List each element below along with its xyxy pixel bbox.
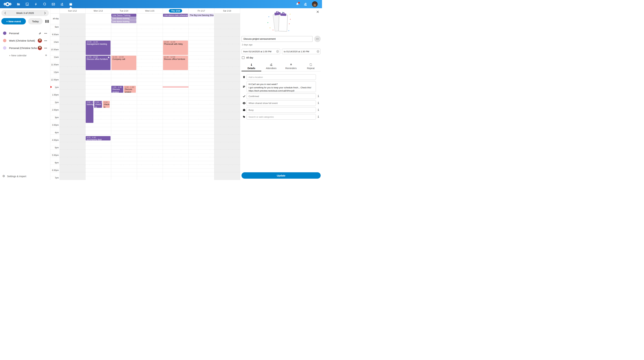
talk-app-icon[interactable] bbox=[40, 0, 49, 8]
time-label: 5pm bbox=[50, 146, 59, 149]
calendar-event[interactable]: 2:00 - 3:30training bbox=[86, 101, 94, 123]
allday-event[interactable]: Line dance main rehearsal bbox=[163, 14, 188, 17]
notifications-bell-icon[interactable] bbox=[296, 2, 299, 6]
start-date-input[interactable] bbox=[242, 49, 280, 54]
event-title: Phonecall with Abby bbox=[164, 43, 187, 45]
half-hour-line bbox=[50, 66, 240, 67]
busy-field-row: i bbox=[242, 107, 321, 113]
calendar-item-personal[interactable]: Personal ••• bbox=[1, 29, 49, 37]
tab-reminders[interactable]: Reminders bbox=[281, 62, 301, 71]
calendar-event[interactable]: 1:00 - 1:30Discuss project bbox=[124, 86, 136, 93]
calendar-event[interactable]: 1:00 - 1:30Discuss project announcement bbox=[111, 86, 123, 93]
allday-event[interactable]: Line dance training bbox=[111, 17, 136, 20]
notification-badge bbox=[298, 2, 300, 4]
half-hour-line bbox=[50, 89, 240, 89]
timezone-globe-icon[interactable] bbox=[316, 50, 320, 54]
calendar-item-personal-christine[interactable]: Personal (Christine Scho… ••• bbox=[1, 44, 49, 52]
user-avatar[interactable] bbox=[312, 1, 318, 7]
day-header-today[interactable]: Thu 1/16 bbox=[163, 8, 188, 13]
update-button[interactable]: Update bbox=[242, 172, 321, 179]
activity-app-icon[interactable] bbox=[32, 0, 40, 8]
day-header[interactable]: Tue 1/14 bbox=[111, 8, 137, 13]
all-day-checkbox[interactable] bbox=[242, 56, 244, 59]
spacer-dot bbox=[3, 54, 6, 57]
location-field-row bbox=[242, 74, 321, 80]
next-week-button[interactable] bbox=[41, 10, 49, 16]
calendar-event[interactable]: 2:00 - 2:30check-in bbox=[94, 101, 102, 108]
allday-event[interactable]: Line Dance Training bbox=[111, 14, 136, 17]
description-textarea[interactable]: Hi Carl! are you in next week? I got som… bbox=[246, 81, 316, 92]
new-calendar-button[interactable]: + New calendar + bbox=[1, 52, 49, 59]
calendar-event[interactable]: 11:00 - 12:00Discuss office furniture bbox=[86, 55, 111, 70]
hour-line bbox=[50, 40, 240, 40]
visibility-info-icon[interactable]: i bbox=[316, 102, 321, 105]
calendar-event[interactable]: 4:20 - 4:40purchasing dept bbox=[86, 136, 111, 141]
calendar-event[interactable]: 10:00 - 11:00management meeting bbox=[86, 40, 111, 55]
event-time: 10:00 - 11:00 bbox=[87, 41, 110, 43]
time-label: 2pm bbox=[50, 101, 59, 104]
allday-event[interactable]: Line dance training bbox=[111, 20, 136, 23]
day-header[interactable]: Mon 1/13 bbox=[85, 8, 111, 13]
event-title: Discuss office furniture bbox=[87, 58, 110, 61]
location-input[interactable] bbox=[246, 74, 316, 80]
time-label: 9am bbox=[50, 26, 59, 28]
event-title: check-in bbox=[104, 103, 109, 108]
day-header[interactable]: Sun 1/12 bbox=[60, 8, 85, 13]
new-event-button[interactable]: + New event bbox=[1, 18, 26, 24]
status-info-icon[interactable]: i bbox=[316, 95, 321, 98]
photos-app-icon[interactable] bbox=[23, 0, 32, 8]
tab-attendees[interactable]: Attendees bbox=[261, 62, 281, 71]
end-date-input[interactable] bbox=[282, 49, 321, 54]
close-icon[interactable] bbox=[316, 10, 319, 13]
tab-repeat[interactable]: Repeat bbox=[301, 62, 321, 71]
calendar-event[interactable]: 11:00 - 12:00Discuss office furniture bbox=[163, 55, 188, 70]
allday-event[interactable]: The Big Line Dancing Show bbox=[189, 14, 214, 17]
week-label[interactable]: Week 3 of 2020 bbox=[9, 10, 41, 16]
event-title: Company call bbox=[112, 58, 135, 61]
day-header[interactable]: Sat 1/18 bbox=[214, 8, 240, 13]
time-label: 12:30pm bbox=[50, 79, 59, 81]
timezone-globe-icon[interactable] bbox=[276, 50, 279, 54]
day-header[interactable]: Fri 1/17 bbox=[188, 8, 214, 13]
hour-line bbox=[50, 85, 240, 86]
calendar-item-work-christine[interactable]: Work (Christine Schott) ••• bbox=[1, 37, 49, 44]
tag-icon bbox=[242, 116, 246, 118]
busy-info-icon[interactable]: i bbox=[316, 108, 321, 111]
categories-input[interactable] bbox=[246, 114, 316, 120]
previous-week-button[interactable] bbox=[1, 10, 9, 16]
share-link-icon[interactable] bbox=[39, 32, 42, 35]
calendar-menu-icon[interactable]: ••• bbox=[44, 32, 47, 35]
description-lines-icon bbox=[242, 85, 246, 88]
info-icon: i bbox=[242, 63, 261, 66]
hour-line bbox=[50, 123, 240, 123]
nextcloud-logo[interactable] bbox=[4, 2, 12, 6]
mail-app-icon[interactable] bbox=[49, 0, 58, 8]
status-select[interactable] bbox=[246, 93, 316, 99]
calendar-app-icon[interactable] bbox=[66, 0, 75, 8]
contacts-menu-icon[interactable] bbox=[304, 2, 307, 6]
half-hour-line bbox=[50, 59, 240, 59]
event-title: Discuss project announcement bbox=[112, 88, 122, 93]
files-app-icon[interactable] bbox=[14, 0, 23, 8]
hour-line bbox=[50, 93, 240, 93]
more-actions-button[interactable]: ••• bbox=[314, 36, 321, 42]
calendar-event[interactable]: 10:00 - 11:00Phonecall with Abby bbox=[163, 40, 188, 55]
column-divider bbox=[137, 8, 137, 180]
tab-details[interactable]: i Details bbox=[242, 62, 261, 71]
settings-import-button[interactable]: ⚙ Settings & import bbox=[0, 172, 50, 180]
event-title: management meeting bbox=[87, 43, 110, 45]
day-header[interactable]: Wed 1/15 bbox=[137, 8, 163, 13]
event-title-input[interactable] bbox=[242, 36, 312, 42]
busy-select[interactable] bbox=[246, 107, 316, 113]
calendar-menu-icon[interactable]: ••• bbox=[44, 46, 47, 49]
today-button[interactable]: Today bbox=[28, 18, 42, 24]
reminder-bell-icon bbox=[281, 63, 301, 66]
contacts-app-icon[interactable] bbox=[58, 0, 66, 8]
calendar-menu-icon[interactable]: ••• bbox=[44, 39, 47, 42]
calendar-event[interactable]: 11:00 - 12:00Company call bbox=[111, 55, 136, 70]
view-mode-icon[interactable] bbox=[45, 20, 49, 23]
calendar-event[interactable]: 2:00 - 2:30check-in bbox=[103, 101, 110, 108]
categories-info-icon[interactable]: i bbox=[316, 115, 321, 118]
visibility-select[interactable] bbox=[246, 100, 316, 106]
now-line bbox=[163, 87, 188, 87]
